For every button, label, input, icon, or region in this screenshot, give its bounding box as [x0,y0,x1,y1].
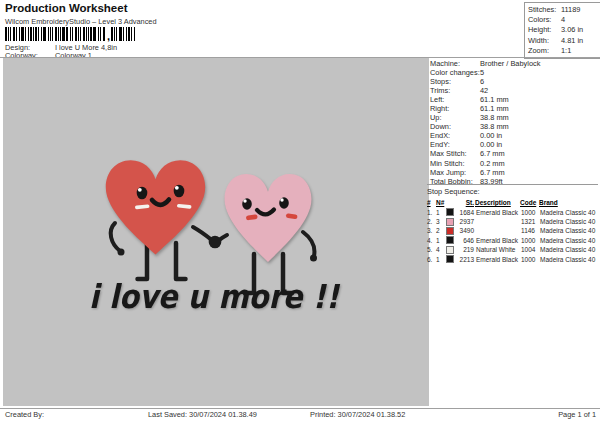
red-heart-right-eye [174,185,185,198]
seq-order: 6. [427,256,436,263]
seq-needle: 1 [436,209,446,216]
info-label: Right: [430,104,480,113]
seq-stitch-count: 1684 [455,209,476,216]
info-row: Up:38.8 mm [430,113,598,122]
info-label: Max Stitch: [430,149,480,158]
info-row: Left:61.1 mm [430,95,598,104]
seq-needle: 2 [436,227,446,234]
info-label: EndX: [430,131,480,140]
seq-brand: Madeira Classic 40 [540,256,598,263]
production-worksheet-page: Production Worksheet Wilcom EmbroiderySt… [0,0,600,424]
info-row: Trims:42 [430,86,598,95]
info-row: EndX:0.00 in [430,131,598,140]
app-subtitle: Wilcom EmbroideryStudio – Level 3 Advanc… [5,17,157,26]
seq-column-header: St. [446,199,475,206]
seq-description: Natural White [476,246,521,253]
stop-sequence-row: 1.11684Emerald Black1000Madeira Classic … [427,207,598,216]
seq-stitch-count: 2937 [455,218,476,225]
pink-heart-body [225,174,312,262]
seq-needle: 1 [436,237,446,244]
seq-order: 4. [427,237,436,244]
info-label: Stitches: [528,5,561,15]
info-label: Zoom: [528,46,561,56]
seq-column-header: N# [436,199,446,206]
info-label: EndY: [430,140,480,149]
machine-info-panel: Machine:Brother / BabylockColor changes:… [430,59,598,186]
info-value: 4 [561,15,565,25]
seq-code: 1146 [521,227,540,234]
seq-stitch-count: 2213 [455,256,476,263]
info-row: Height:3.06 in [528,25,600,35]
info-value: 11189 [561,5,580,15]
info-row: Stops:6 [430,77,598,86]
seq-code: 1321 [521,218,540,225]
seq-brand: Madeira Classic 40 [540,218,598,225]
thread-color-swatch [446,236,454,244]
info-row: Max Jump:6.7 mm [430,168,598,177]
embroidery-design: i love u more !! [3,58,429,406]
pink-heart-right-eye [279,197,289,209]
info-value: 38.8 mm [480,122,509,131]
thread-color-swatch [446,208,454,216]
info-row: Max Stitch:6.7 mm [430,149,598,158]
info-value: Brother / Babylock [480,59,540,68]
footer-created-by: Created By: [5,410,44,419]
red-heart-left-arm [111,223,120,251]
seq-column-header: # [427,199,436,206]
info-value: 0.2 mm [480,159,505,168]
pink-heart-right-hand [310,255,317,262]
footer-last-saved: Last Saved: 30/07/2024 01.38.49 [148,410,257,419]
info-label: Down: [430,122,480,131]
footer-printed: Printed: 30/07/2024 01.38.52 [310,410,405,419]
design-preview-area: i love u more !! [3,58,429,406]
info-row: EndY:0.00 in [430,140,598,149]
info-label: Max Jump: [430,168,480,177]
seq-brand: Madeira Classic 40 [540,246,598,253]
stop-sequence-title: Stop Sequence: [427,187,598,196]
pink-heart-right-eye-highlight [280,198,283,201]
info-label: Left: [430,95,480,104]
info-value: 61.1 mm [480,95,509,104]
seq-order: 2. [427,218,436,225]
seq-code: 1000 [521,209,540,216]
seq-order: 5. [427,246,436,253]
seq-needle: 3 [436,218,446,225]
red-heart-right-leg [176,243,186,279]
stop-sequence-row: 3.234901146Madeira Classic 40 [427,226,598,235]
seq-code: 1000 [521,256,540,263]
design-caption: i love u more !! [89,277,341,316]
info-label: Color changes: [430,68,480,77]
red-heart-right-eye-highlight [175,186,179,190]
info-value: 61.1 mm [480,104,509,113]
info-label: Height: [528,25,561,35]
seq-description: Emerald Black [476,256,521,263]
seq-order: 1. [427,209,436,216]
info-label: Colors: [528,15,561,25]
info-label: Width: [528,36,561,46]
info-value: 5 [480,68,484,77]
stop-sequence-row: 2.329371321Madeira Classic 40 [427,217,598,226]
stop-sequence-row: 4.1646Emerald Black1000Madeira Classic 4… [427,236,598,245]
seq-stitch-count: 646 [455,237,476,244]
red-heart-left-leg [138,243,148,279]
seq-needle: 1 [436,256,446,263]
seq-column-header: Description [475,199,520,206]
info-row: Colors:4 [528,15,600,25]
pink-heart-left-eye-highlight [243,199,246,202]
seq-description: Emerald Black [476,237,521,244]
seq-needle: 4 [436,246,446,253]
thread-color-swatch [446,218,454,226]
seq-code: 1004 [521,246,540,253]
info-value: 4.81 in [561,36,583,46]
seq-stitch-count: 219 [455,246,476,253]
stop-sequence-row: 5.4219Natural White1004Madeira Classic 4… [427,245,598,254]
info-row: Color changes:5 [430,68,598,77]
seq-column-header: Code [520,199,539,206]
seq-brand: Madeira Classic 40 [540,237,598,244]
seq-code: 1000 [521,237,540,244]
info-value: 38.8 mm [480,113,509,122]
stop-sequence-section: Stop Sequence: #N#St.DescriptionCodeBran… [427,184,598,264]
stop-sequence-header: #N#St.DescriptionCodeBrand [427,198,598,207]
seq-order: 3. [427,227,436,234]
design-summary-box: Stitches:11189Colors:4Height:3.06 inWidt… [524,2,600,59]
